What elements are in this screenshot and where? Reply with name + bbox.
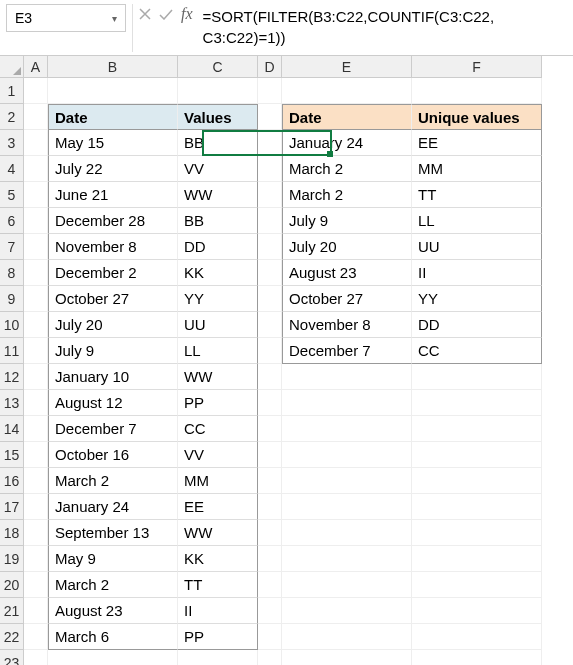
cell[interactable]: December 7 [282, 338, 412, 364]
cell[interactable] [178, 78, 258, 104]
col-header-B[interactable]: B [48, 56, 178, 78]
cell[interactable] [24, 130, 48, 156]
cell[interactable]: WW [178, 182, 258, 208]
cell[interactable]: October 27 [282, 286, 412, 312]
row-header[interactable]: 5 [0, 182, 24, 208]
cell[interactable] [24, 546, 48, 572]
cell[interactable]: LL [178, 338, 258, 364]
cell[interactable]: July 20 [48, 312, 178, 338]
row-header[interactable]: 14 [0, 416, 24, 442]
row-header[interactable]: 7 [0, 234, 24, 260]
cell[interactable] [24, 650, 48, 665]
cell[interactable]: July 20 [282, 234, 412, 260]
cell[interactable] [282, 78, 412, 104]
cell[interactable]: WW [178, 520, 258, 546]
cell[interactable] [258, 598, 282, 624]
cell[interactable] [412, 468, 542, 494]
cell[interactable] [412, 364, 542, 390]
row-header[interactable]: 13 [0, 390, 24, 416]
cell[interactable] [258, 546, 282, 572]
cell[interactable]: DD [178, 234, 258, 260]
cell[interactable]: October 27 [48, 286, 178, 312]
cell[interactable]: YY [412, 286, 542, 312]
cell[interactable] [24, 104, 48, 130]
cell[interactable]: January 10 [48, 364, 178, 390]
cell[interactable]: November 8 [48, 234, 178, 260]
cell[interactable] [258, 364, 282, 390]
cell[interactable] [258, 572, 282, 598]
cell[interactable]: Date [282, 104, 412, 130]
cell[interactable] [412, 624, 542, 650]
row-header[interactable]: 6 [0, 208, 24, 234]
cell[interactable]: UU [178, 312, 258, 338]
cell[interactable] [258, 494, 282, 520]
cell[interactable]: VV [178, 442, 258, 468]
cell[interactable]: PP [178, 390, 258, 416]
cell[interactable] [258, 624, 282, 650]
cell[interactable]: August 23 [282, 260, 412, 286]
cell[interactable] [258, 130, 282, 156]
cell[interactable] [412, 520, 542, 546]
cell[interactable] [24, 416, 48, 442]
cell[interactable]: June 21 [48, 182, 178, 208]
cell[interactable]: March 6 [48, 624, 178, 650]
cell[interactable] [24, 468, 48, 494]
cell[interactable] [282, 520, 412, 546]
row-header[interactable]: 18 [0, 520, 24, 546]
cell[interactable]: August 23 [48, 598, 178, 624]
cell[interactable]: UU [412, 234, 542, 260]
cell[interactable]: December 28 [48, 208, 178, 234]
cell[interactable] [258, 468, 282, 494]
cell[interactable] [24, 312, 48, 338]
cell[interactable] [24, 260, 48, 286]
cell[interactable]: KK [178, 546, 258, 572]
cell[interactable] [412, 78, 542, 104]
row-header[interactable]: 8 [0, 260, 24, 286]
cell[interactable] [258, 208, 282, 234]
cell[interactable]: WW [178, 364, 258, 390]
cell[interactable] [24, 78, 48, 104]
cell[interactable]: November 8 [282, 312, 412, 338]
cell[interactable]: BB [178, 130, 258, 156]
cell[interactable] [24, 390, 48, 416]
cell[interactable]: Unique values [412, 104, 542, 130]
cell[interactable] [178, 650, 258, 665]
cell[interactable] [282, 468, 412, 494]
cell[interactable]: March 2 [48, 468, 178, 494]
cell[interactable]: CC [178, 416, 258, 442]
cell[interactable] [258, 520, 282, 546]
name-box[interactable]: E3 ▾ [6, 4, 126, 32]
cell[interactable] [24, 286, 48, 312]
cell[interactable] [24, 442, 48, 468]
row-header[interactable]: 9 [0, 286, 24, 312]
cell[interactable] [24, 338, 48, 364]
cell[interactable]: MM [412, 156, 542, 182]
cell[interactable] [24, 156, 48, 182]
row-header[interactable]: 2 [0, 104, 24, 130]
cell[interactable]: YY [178, 286, 258, 312]
cell[interactable] [412, 546, 542, 572]
cell[interactable] [282, 546, 412, 572]
cell[interactable]: May 9 [48, 546, 178, 572]
cell[interactable] [258, 156, 282, 182]
cell[interactable]: January 24 [48, 494, 178, 520]
col-header-D[interactable]: D [258, 56, 282, 78]
cell[interactable]: March 2 [48, 572, 178, 598]
cell[interactable] [412, 650, 542, 665]
col-header-F[interactable]: F [412, 56, 542, 78]
cell[interactable]: March 2 [282, 156, 412, 182]
cell[interactable]: II [178, 598, 258, 624]
cell[interactable]: August 12 [48, 390, 178, 416]
cell[interactable] [258, 416, 282, 442]
cell[interactable]: MM [178, 468, 258, 494]
cell[interactable] [24, 234, 48, 260]
cell[interactable] [258, 650, 282, 665]
cell[interactable] [24, 364, 48, 390]
cell[interactable] [282, 572, 412, 598]
cell[interactable] [48, 78, 178, 104]
cell[interactable]: KK [178, 260, 258, 286]
cell[interactable] [48, 650, 178, 665]
row-header[interactable]: 22 [0, 624, 24, 650]
row-header[interactable]: 19 [0, 546, 24, 572]
cell[interactable]: BB [178, 208, 258, 234]
